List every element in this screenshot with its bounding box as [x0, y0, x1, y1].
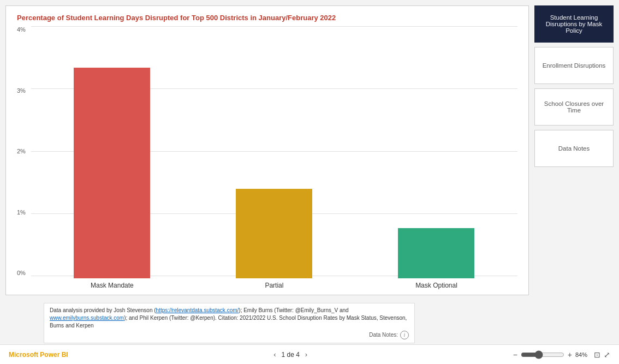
sidebar-card-label-3: Data Notes [558, 145, 590, 152]
bars-wrapper: Mask Mandate Partial Mask Optional [31, 26, 517, 289]
bar-label-mandate: Mask Mandate [91, 282, 134, 289]
fullscreen-button[interactable]: ⤢ [604, 350, 610, 359]
bar-partial [236, 189, 312, 278]
sidebar-card-label-0: Student Learning Disruptions by Mask Pol… [539, 14, 609, 34]
sidebar: Student Learning Disruptions by Mask Pol… [534, 5, 614, 295]
y-label-4: 4% [17, 26, 26, 33]
bars-area: Mask Mandate Partial Mask Optional [31, 26, 517, 289]
y-label-2: 2% [17, 148, 26, 154]
y-axis: 0% 1% 2% 3% 4% [17, 26, 31, 289]
zoom-slider[interactable] [521, 350, 564, 359]
data-notes-label: Data Notes: [369, 331, 398, 339]
fit-to-page-button[interactable]: ⊡ [594, 350, 600, 359]
sidebar-card-label-2: School Closures over Time [539, 100, 609, 114]
chart-panel: Percentage of Student Learning Days Disr… [5, 5, 529, 295]
y-label-1: 1% [17, 209, 26, 216]
zoom-percent: 84% [575, 351, 591, 358]
bars-row: Mask Mandate Partial Mask Optional [31, 26, 517, 289]
bar-optional [398, 228, 474, 278]
chart-area: 0% 1% 2% 3% 4% [17, 26, 517, 289]
footer-area: Data analysis provided by Josh Stevenson… [0, 301, 619, 344]
page-indicator: 1 de 4 [281, 351, 299, 359]
powerbi-link[interactable]: Microsoft Power BI [9, 351, 68, 359]
bar-label-optional: Mask Optional [415, 282, 457, 289]
next-page-button[interactable]: › [305, 350, 307, 359]
caption-link1[interactable]: https://relevantdata.substack.com/ [156, 307, 239, 313]
page-nav: ‹ 1 de 4 › [273, 350, 307, 359]
prev-page-button[interactable]: ‹ [273, 350, 276, 359]
bar-group-partial: Partial [193, 26, 355, 289]
sidebar-card-closures[interactable]: School Closures over Time [534, 88, 614, 126]
sidebar-card-enrollment[interactable]: Enrollment Disruptions [534, 47, 614, 84]
bottom-bar: Microsoft Power BI ‹ 1 de 4 › − + 84% ⊡ … [0, 344, 619, 364]
bar-group-optional: Mask Optional [355, 26, 517, 289]
chart-title: Percentage of Student Learning Days Disr… [17, 14, 517, 22]
caption-bottom: Data Notes: i [50, 331, 409, 339]
bar-label-partial: Partial [265, 282, 283, 289]
caption-text: Data analysis provided by Josh Stevenson… [50, 307, 409, 330]
info-icon[interactable]: i [400, 331, 409, 339]
caption-link2[interactable]: www.emilyburns.substack.com [50, 315, 124, 321]
sidebar-card-mask-policy[interactable]: Student Learning Disruptions by Mask Pol… [534, 5, 614, 43]
y-label-3: 3% [17, 87, 26, 94]
bar-group-mandate: Mask Mandate [31, 26, 193, 289]
zoom-in-button[interactable]: + [568, 350, 572, 359]
caption-box: Data analysis provided by Josh Stevenson… [44, 303, 415, 343]
sidebar-card-data-notes[interactable]: Data Notes [534, 130, 614, 167]
sidebar-card-label-1: Enrollment Disruptions [543, 62, 606, 69]
zoom-out-button[interactable]: − [513, 350, 517, 359]
y-label-0: 0% [17, 270, 26, 276]
zoom-controls: − + 84% ⊡ ⤢ [513, 350, 610, 359]
bar-mandate [74, 68, 150, 278]
